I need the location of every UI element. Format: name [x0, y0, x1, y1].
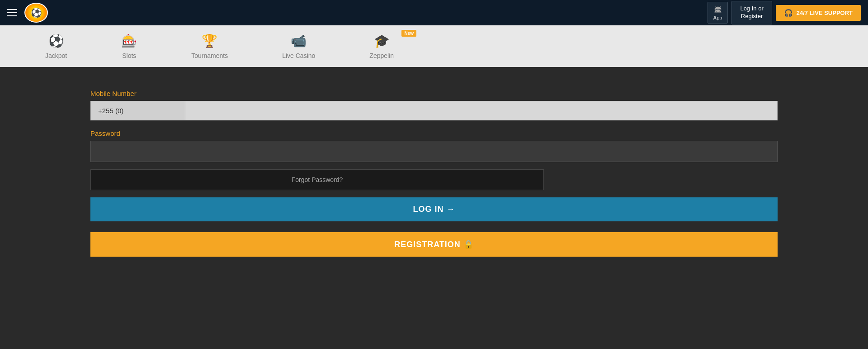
login-register-button[interactable]: Log In orRegister — [731, 1, 772, 24]
nav-item-zeppelin[interactable]: New 🎓 Zeppelin — [342, 33, 421, 59]
nav-jackpot-label: Jackpot — [45, 52, 67, 59]
zeppelin-icon: 🎓 — [374, 33, 390, 48]
hamburger-menu[interactable] — [7, 9, 17, 16]
nav-item-tournaments[interactable]: 🏆 Tournaments — [164, 33, 255, 59]
nav-item-jackpot[interactable]: ⚽ Jackpot — [18, 33, 94, 59]
trophy-icon: 🏆 — [202, 33, 217, 48]
phone-prefix: +255 (0) — [90, 101, 185, 120]
main-content: Mobile Number +255 (0) Password Forgot P… — [81, 67, 787, 348]
header: ⚽ App Log In orRegister 🎧 24/7 LIVE SUPP… — [0, 0, 868, 25]
phone-number-input[interactable] — [185, 101, 778, 120]
live-support-button[interactable]: 🎧 24/7 LIVE SUPPORT — [776, 5, 861, 21]
nav-slots-label: Slots — [122, 52, 136, 59]
camera-icon: 📹 — [291, 33, 307, 48]
header-left: ⚽ — [7, 3, 48, 23]
football-icon: ⚽ — [48, 33, 64, 48]
logo[interactable]: ⚽ — [24, 3, 48, 23]
password-label: Password — [90, 129, 778, 137]
new-badge: New — [401, 30, 416, 37]
slots-icon: 🎰 — [121, 33, 137, 48]
nav-live-casino-label: Live Casino — [282, 52, 315, 59]
nav-bar: ⚽ Jackpot 🎰 Slots 🏆 Tournaments 📹 Live C… — [0, 25, 868, 67]
password-input[interactable] — [90, 141, 778, 162]
login-register-label: Log In orRegister — [740, 5, 763, 19]
registration-button[interactable]: REGISTRATION 🔒 — [90, 232, 778, 257]
nav-zeppelin-label: Zeppelin — [369, 52, 394, 59]
header-right: App Log In orRegister 🎧 24/7 LIVE SUPPOR… — [708, 1, 861, 24]
forgot-password-button[interactable]: Forgot Password? — [90, 169, 544, 190]
android-icon — [714, 5, 722, 14]
app-btn-label: App — [713, 15, 722, 20]
nav-item-slots[interactable]: 🎰 Slots — [94, 33, 164, 59]
logo-inner: ⚽ — [25, 4, 47, 22]
headset-icon: 🎧 — [784, 9, 793, 17]
support-btn-label: 24/7 LIVE SUPPORT — [797, 10, 853, 16]
mobile-number-label: Mobile Number — [90, 90, 778, 97]
login-form: Mobile Number +255 (0) Password Forgot P… — [90, 90, 778, 257]
app-button[interactable]: App — [708, 2, 728, 24]
phone-row: +255 (0) — [90, 101, 778, 120]
nav-tournaments-label: Tournaments — [191, 52, 228, 59]
login-button[interactable]: LOG IN → — [90, 197, 778, 221]
nav-item-live-casino[interactable]: 📹 Live Casino — [255, 33, 342, 59]
